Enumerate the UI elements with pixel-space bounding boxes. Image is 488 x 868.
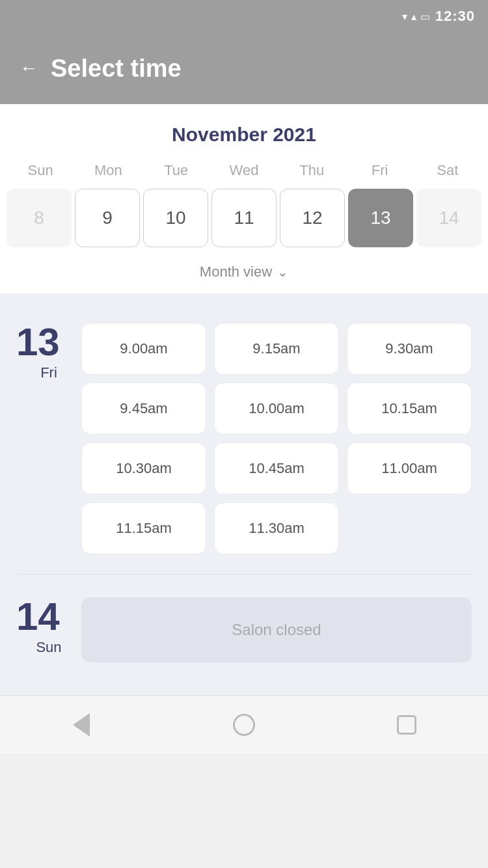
- time-slots-section: 13 Fri 9.00am 9.15am 9.30am 9.45am 10.00…: [0, 293, 488, 695]
- calendar-day-11[interactable]: 11: [211, 189, 277, 247]
- home-circle-icon: [233, 714, 255, 736]
- calendar-day-8[interactable]: 8: [7, 189, 72, 247]
- main-content: November 2021 Sun Mon Tue Wed Thu Fri Sa…: [0, 104, 488, 293]
- page-title: Select time: [51, 55, 182, 83]
- calendar-week-row: 8 9 10 11 12 13 14: [0, 185, 488, 257]
- battery-icon: ▭: [420, 10, 430, 23]
- day-header-tue: Tue: [142, 156, 210, 185]
- status-bar: ▾ ▴ ▭ 12:30: [0, 0, 488, 33]
- nav-bar: [0, 695, 488, 753]
- day-header-wed: Wed: [210, 156, 278, 185]
- back-triangle-icon: [73, 713, 90, 737]
- day-info-14: 14 Sun Salon closed: [16, 597, 472, 662]
- day-header-fri: Fri: [346, 156, 413, 185]
- calendar-day-13[interactable]: 13: [348, 189, 413, 247]
- time-slots-grid-13: 9.00am 9.15am 9.30am 9.45am 10.00am 10.1…: [81, 323, 472, 554]
- calendar-month-year: November 2021: [0, 104, 488, 156]
- calendar-day-12[interactable]: 12: [280, 189, 345, 247]
- time-slot-1030am[interactable]: 10.30am: [81, 442, 206, 495]
- chevron-down-icon: ⌄: [277, 264, 288, 280]
- day-block-13: 13 Fri 9.00am 9.15am 9.30am 9.45am 10.00…: [16, 306, 472, 574]
- back-button[interactable]: ←: [20, 58, 38, 79]
- time-slot-915am[interactable]: 9.15am: [214, 323, 339, 375]
- time-slot-1100am[interactable]: 11.00am: [347, 442, 472, 495]
- day-14-label: 14 Sun: [16, 597, 81, 656]
- status-icons: ▾ ▴ ▭: [402, 10, 430, 23]
- time-slot-1115am[interactable]: 11.15am: [81, 502, 206, 554]
- signal-icon: ▴: [411, 10, 416, 23]
- status-time: 12:30: [435, 8, 475, 25]
- time-slot-1000am[interactable]: 10.00am: [214, 383, 339, 435]
- day-block-14: 14 Sun Salon closed: [16, 581, 472, 682]
- time-slot-1130am[interactable]: 11.30am: [214, 502, 339, 554]
- nav-back-button[interactable]: [65, 709, 98, 741]
- day-13-name: Fri: [16, 364, 81, 381]
- salon-closed-box: Salon closed: [81, 597, 472, 662]
- day-14-number: 14: [16, 597, 81, 636]
- calendar-day-10[interactable]: 10: [143, 189, 208, 247]
- day-13-number: 13: [16, 323, 81, 362]
- nav-recent-button[interactable]: [390, 709, 423, 741]
- day-header-mon: Mon: [74, 156, 142, 185]
- time-slot-1045am[interactable]: 10.45am: [214, 442, 339, 495]
- day-header-thu: Thu: [278, 156, 346, 185]
- nav-home-button[interactable]: [228, 709, 260, 741]
- day-info-13: 13 Fri 9.00am 9.15am 9.30am 9.45am 10.00…: [16, 323, 472, 554]
- wifi-icon: ▾: [402, 10, 407, 23]
- day-13-label: 13 Fri: [16, 323, 81, 381]
- time-slot-930am[interactable]: 9.30am: [347, 323, 472, 375]
- header: ← Select time: [0, 33, 488, 104]
- time-slot-1015am[interactable]: 10.15am: [347, 383, 472, 435]
- time-slot-900am[interactable]: 9.00am: [81, 323, 206, 375]
- calendar-day-9[interactable]: 9: [75, 189, 140, 247]
- day-divider: [16, 574, 472, 575]
- time-slot-945am[interactable]: 9.45am: [81, 383, 206, 435]
- day-14-name: Sun: [16, 639, 81, 656]
- recent-square-icon: [397, 715, 416, 735]
- calendar-day-headers: Sun Mon Tue Wed Thu Fri Sat: [0, 156, 488, 185]
- month-view-label: Month view: [200, 264, 272, 280]
- day-header-sat: Sat: [414, 156, 481, 185]
- calendar-day-14[interactable]: 14: [416, 189, 481, 247]
- month-view-toggle[interactable]: Month view ⌄: [0, 257, 488, 293]
- salon-closed-label: Salon closed: [232, 621, 321, 639]
- day-header-sun: Sun: [7, 156, 74, 185]
